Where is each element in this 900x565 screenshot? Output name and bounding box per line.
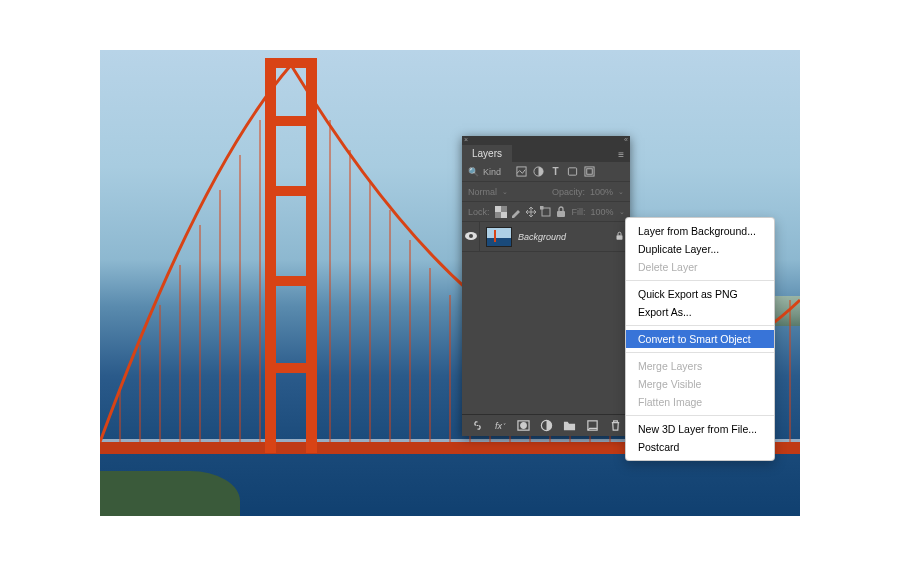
layer-context-menu: Layer from Background...Duplicate Layer.… — [625, 217, 775, 461]
fill-label: Fill: — [572, 207, 586, 217]
filter-adjustment-icon[interactable] — [532, 165, 545, 178]
svg-rect-40 — [495, 212, 501, 218]
menu-item: Merge Visible — [626, 375, 774, 393]
menu-item[interactable]: Quick Export as PNG — [626, 285, 774, 303]
panel-footer: fx˅ — [462, 414, 630, 436]
filter-type-icon[interactable]: T — [549, 165, 562, 178]
menu-separator — [626, 325, 774, 326]
svg-rect-43 — [557, 211, 565, 217]
menu-item: Merge Layers — [626, 357, 774, 375]
visibility-eye-icon[interactable] — [465, 231, 477, 242]
menu-item[interactable]: New 3D Layer from File... — [626, 420, 774, 438]
filter-kind-label[interactable]: Kind — [483, 167, 501, 177]
svg-rect-37 — [495, 206, 501, 212]
blend-mode-chevron-icon[interactable]: ⌄ — [502, 188, 508, 196]
fill-value[interactable]: 100% — [591, 207, 614, 217]
lock-all-icon[interactable] — [555, 206, 567, 218]
layer-mask-icon[interactable] — [516, 419, 530, 433]
svg-rect-38 — [501, 212, 507, 218]
svg-rect-42 — [540, 206, 543, 209]
lock-pixels-icon[interactable] — [510, 206, 522, 218]
lock-transparency-icon[interactable] — [495, 206, 507, 218]
opacity-label: Opacity: — [552, 187, 585, 197]
adjustment-layer-icon[interactable] — [539, 419, 553, 433]
layers-list: Background — [462, 222, 630, 406]
lock-artboard-icon[interactable] — [540, 206, 552, 218]
svg-rect-46 — [617, 235, 623, 240]
link-layers-icon[interactable] — [470, 419, 484, 433]
fill-chevron-icon[interactable]: ⌄ — [619, 208, 625, 216]
menu-item[interactable]: Layer from Background... — [626, 222, 774, 240]
menu-item[interactable]: Duplicate Layer... — [626, 240, 774, 258]
svg-rect-34 — [568, 168, 576, 175]
delete-layer-icon[interactable] — [608, 419, 622, 433]
menu-item[interactable]: Postcard — [626, 438, 774, 456]
menu-separator — [626, 415, 774, 416]
layer-name-label[interactable]: Background — [518, 232, 566, 242]
layer-filter-row: 🔍 Kind T — [462, 162, 630, 182]
blend-mode-select[interactable]: Normal — [468, 187, 497, 197]
lock-row: Lock: Fill: 100% ⌄ — [462, 202, 630, 222]
lock-label: Lock: — [468, 207, 490, 217]
layer-lock-icon[interactable] — [615, 231, 624, 243]
filter-smart-icon[interactable] — [583, 165, 596, 178]
layer-thumbnail[interactable] — [486, 227, 512, 247]
tab-layers[interactable]: Layers — [462, 145, 512, 162]
menu-item[interactable]: Export As... — [626, 303, 774, 321]
menu-item: Delete Layer — [626, 258, 774, 276]
filter-shape-icon[interactable] — [566, 165, 579, 178]
layer-style-icon[interactable]: fx˅ — [493, 419, 507, 433]
menu-separator — [626, 352, 774, 353]
new-group-icon[interactable] — [562, 419, 576, 433]
menu-item[interactable]: Convert to Smart Object — [626, 330, 774, 348]
svg-point-45 — [469, 234, 473, 238]
collapse-icon[interactable]: « — [624, 136, 628, 143]
blend-mode-row: Normal ⌄ Opacity: 100% ⌄ — [462, 182, 630, 202]
bridge-tower — [265, 58, 317, 453]
menu-separator — [626, 280, 774, 281]
lock-position-icon[interactable] — [525, 206, 537, 218]
menu-item: Flatten Image — [626, 393, 774, 411]
opacity-chevron-icon[interactable]: ⌄ — [618, 188, 624, 196]
opacity-value[interactable]: 100% — [590, 187, 613, 197]
search-icon[interactable]: 🔍 — [468, 167, 479, 177]
svg-rect-36 — [587, 169, 593, 175]
svg-point-48 — [520, 423, 526, 429]
panel-menu-icon[interactable]: ≡ — [612, 147, 630, 162]
layer-row[interactable]: Background — [462, 222, 630, 252]
close-icon[interactable]: × — [464, 136, 468, 143]
new-layer-icon[interactable] — [585, 419, 599, 433]
svg-rect-39 — [501, 206, 507, 212]
foreground-hill — [100, 471, 240, 516]
layers-panel: × « Layers ≡ 🔍 Kind T Normal ⌄ Opacity: … — [462, 136, 630, 436]
filter-pixel-icon[interactable] — [515, 165, 528, 178]
